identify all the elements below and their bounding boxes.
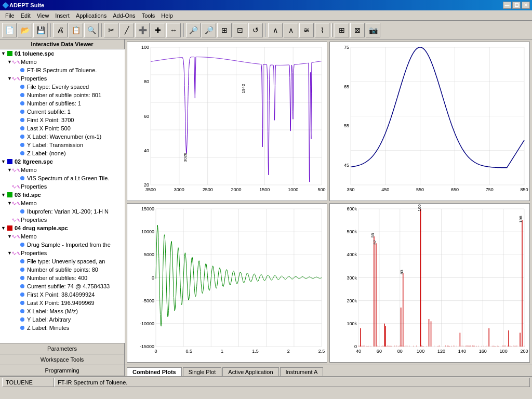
sep5 xyxy=(331,23,332,37)
titlebar: 🔷 ADEPT Suite — ⧠ ✕ xyxy=(0,0,532,10)
tree-item[interactable]: ▼∿∿Properties xyxy=(0,249,125,257)
ltgreen-canvas xyxy=(330,42,529,201)
fid-canvas xyxy=(127,204,327,362)
app-title: ADEPT Suite xyxy=(9,2,44,8)
tab-active-application[interactable]: Active Application xyxy=(222,367,278,376)
tree-item[interactable]: Number of subfile points: 801 xyxy=(0,91,125,99)
cut-button[interactable]: ✂ xyxy=(104,23,118,37)
tool1-button[interactable]: ⊡ xyxy=(233,23,247,37)
tree-item[interactable]: X Label: Wavenumber (cm-1) xyxy=(0,132,125,141)
graph-button[interactable]: ≋ xyxy=(299,23,314,37)
drug-canvas xyxy=(330,204,529,362)
cross-button[interactable]: ✚ xyxy=(151,23,165,37)
left-panel-header: Interactive Data Viewer xyxy=(0,39,124,49)
tree-item[interactable]: Drug Sample - Imported from the xyxy=(0,241,125,249)
tree-item[interactable]: ▼∿∿Properties xyxy=(0,74,125,83)
menu-applications[interactable]: Applications xyxy=(73,11,110,20)
workspace-tools-button[interactable]: Workspace Tools xyxy=(0,354,124,365)
tree-item[interactable]: ▼01 toluene.spc xyxy=(0,49,125,58)
toolbar: 📄 📂 💾 🖨 📋 🔍 ✂ ╱ ➕ ✚ ↔ 🔎 🔎 ⊞ ⊡ ↺ ∧ ∧ ≋ ⌇ … xyxy=(0,21,532,39)
tab-instrument-a[interactable]: Instrument A xyxy=(280,367,324,376)
maximize-button[interactable]: ⧠ xyxy=(512,2,521,9)
arrow-button[interactable]: ➕ xyxy=(135,23,150,37)
tab-combined-plots[interactable]: Combined Plots xyxy=(127,367,182,376)
tree-item[interactable]: ▼03 fid.spc xyxy=(0,191,125,199)
tree-item[interactable]: Number of subfiles: 1 xyxy=(0,99,125,108)
menu-insert[interactable]: Insert xyxy=(52,11,73,20)
sep1 xyxy=(50,23,51,37)
parameters-button[interactable]: Parameters xyxy=(0,343,124,354)
toluene-canvas xyxy=(127,42,327,201)
preview-button[interactable]: 🔍 xyxy=(84,23,99,37)
zoom-button[interactable]: 🔎 xyxy=(186,23,201,37)
tree-item[interactable]: Y Label: Transmission xyxy=(0,141,125,149)
graph2-button[interactable]: ⌇ xyxy=(315,23,329,37)
left-panel-wrap: Interactive Data Viewer ▼01 toluene.spc▼… xyxy=(0,39,125,376)
menu-addons[interactable]: Add-Ons xyxy=(110,11,138,20)
statusbar: TOLUENE FT-IR Spectrum of Toluene. xyxy=(0,376,532,388)
line-button[interactable]: ╱ xyxy=(119,23,134,37)
tree-item[interactable]: ∿∿Properties xyxy=(0,216,125,224)
sep2 xyxy=(101,23,102,37)
tree-item[interactable]: Number of subfiles: 400 xyxy=(0,274,125,282)
zoom2-button[interactable]: 🔎 xyxy=(202,23,216,37)
tree-item[interactable]: ∿∿Properties xyxy=(0,182,125,191)
print2-button[interactable]: 📋 xyxy=(69,23,83,37)
grid-button[interactable]: ⊞ xyxy=(335,23,349,37)
menu-tools[interactable]: Tools xyxy=(139,11,158,20)
tree-item[interactable]: Last X Point: 196.9499969 xyxy=(0,299,125,307)
menubar: File Edit View Insert Applications Add-O… xyxy=(0,10,532,21)
tree-item[interactable]: Ibuprofen: Varian XL-200; 1-H N xyxy=(0,207,125,216)
tree-item[interactable]: Z Label: (none) xyxy=(0,149,125,157)
tree-item[interactable]: Z Label: Minutes xyxy=(0,324,125,332)
save-button[interactable]: 💾 xyxy=(33,23,48,37)
camera-button[interactable]: 📷 xyxy=(366,23,380,37)
window-controls: — ⧠ ✕ xyxy=(503,2,530,9)
main-area: Interactive Data Viewer ▼01 toluene.spc▼… xyxy=(0,39,532,376)
grid2-button[interactable]: ⊠ xyxy=(350,23,365,37)
status-filename: TOLUENE xyxy=(2,378,54,387)
tree-item[interactable]: File type: Unevenly spaced, an xyxy=(0,257,125,265)
status-description: FT-IR Spectrum of Toluene. xyxy=(54,378,530,387)
tree-item[interactable]: Y Label: Arbitrary xyxy=(0,315,125,324)
menu-edit[interactable]: Edit xyxy=(18,11,34,20)
peak-button[interactable]: ∧ xyxy=(268,23,283,37)
tree-item[interactable]: First X Point: 38.04999924 xyxy=(0,290,125,299)
tree-item[interactable]: X Label: Mass (M/z) xyxy=(0,307,125,315)
menu-help[interactable]: Help xyxy=(158,11,176,20)
tree-item[interactable]: ▼∿∿Memo xyxy=(0,58,125,66)
tree-item[interactable]: ▼∿∿Memo xyxy=(0,199,125,207)
tree-item[interactable]: First X Point: 3700 xyxy=(0,116,125,124)
tree-item[interactable]: ▼∿∿Memo xyxy=(0,166,125,174)
tree-item[interactable]: ▼∿∿Memo xyxy=(0,232,125,241)
select-button[interactable]: ⊞ xyxy=(217,23,232,37)
plots-area xyxy=(125,39,532,365)
tree-item[interactable]: Current subfile: 1 xyxy=(0,108,125,116)
close-button[interactable]: ✕ xyxy=(522,2,530,9)
minimize-button[interactable]: — xyxy=(503,2,511,9)
tree-item[interactable]: ▼04 drug sample.spc xyxy=(0,224,125,232)
plot-fid xyxy=(127,203,327,363)
left-bottom-panel: Parameters Workspace Tools Programming xyxy=(0,343,124,376)
plot-ltgreen xyxy=(329,42,530,201)
tree-item[interactable]: FT-IR Spectrum of Toluene. xyxy=(0,66,125,74)
programming-button[interactable]: Programming xyxy=(0,365,124,376)
tree-item[interactable]: File type: Evenly spaced xyxy=(0,83,125,91)
menu-file[interactable]: File xyxy=(2,11,18,20)
menu-view[interactable]: View xyxy=(34,11,52,20)
sep3 xyxy=(183,23,184,37)
tree-item[interactable]: Number of subfile points: 80 xyxy=(0,265,125,274)
open-button[interactable]: 📂 xyxy=(18,23,32,37)
tree-panel: ▼01 toluene.spc▼∿∿MemoFT-IR Spectrum of … xyxy=(0,49,125,343)
new-button[interactable]: 📄 xyxy=(2,23,17,37)
rotate-button[interactable]: ↺ xyxy=(248,23,263,37)
tree-item[interactable]: Current subfile: 74 @ 4.7584333 xyxy=(0,282,125,290)
peak2-button[interactable]: ∧ xyxy=(284,23,298,37)
plot-drug xyxy=(329,203,530,363)
tree-item[interactable]: ▼02 ltgreen.spc xyxy=(0,157,125,166)
print-button[interactable]: 🖨 xyxy=(53,23,68,37)
move-button[interactable]: ↔ xyxy=(166,23,181,37)
tree-item[interactable]: VIS Spectrum of a Lt Green Tile. xyxy=(0,174,125,182)
tab-single-plot[interactable]: Single Plot xyxy=(183,367,222,376)
tree-item[interactable]: Last X Point: 500 xyxy=(0,124,125,132)
